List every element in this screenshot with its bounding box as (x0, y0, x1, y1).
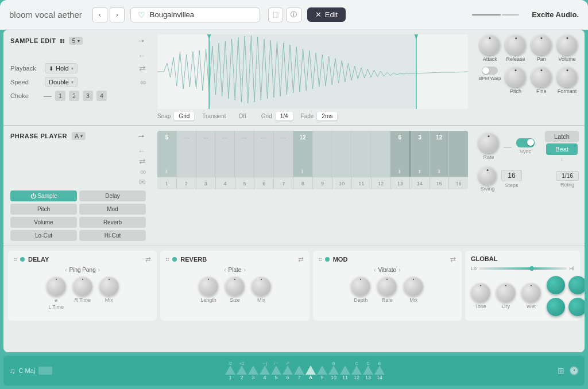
speed-dropdown[interactable]: Double ▾ (45, 77, 78, 87)
seq-cell-1[interactable]: 5 ⬇ (157, 131, 177, 177)
edit-button[interactable]: ✕ Edit (307, 7, 346, 22)
swing-knob[interactable] (478, 166, 497, 185)
global-icon-4[interactable] (568, 298, 585, 316)
reverb-led[interactable] (172, 257, 177, 262)
seq-cell-14[interactable]: 3 ⬆ (411, 131, 430, 177)
piano-key-4[interactable]: ←| 4 (260, 361, 270, 380)
reverb-button[interactable]: Reverb (79, 217, 146, 228)
mod-prev-icon[interactable]: ‹ (374, 267, 376, 273)
nav-back-button[interactable]: ‹ (92, 7, 107, 22)
piano-key-8-active[interactable]: A (305, 365, 316, 380)
bpm-warp-toggle: BPM Warp (478, 67, 502, 94)
seq-cell-13[interactable]: 6 ⬇ (390, 131, 411, 177)
mod-transfer-icon[interactable]: ⇄ (450, 255, 456, 263)
global-tone-slider[interactable] (479, 267, 567, 270)
piano-key-9[interactable]: 9 (317, 365, 327, 380)
piano-key-5[interactable]: ♩→ 5 (271, 361, 281, 380)
fade-value-button[interactable]: 2ms (317, 112, 337, 120)
nav-forward-button[interactable]: › (110, 7, 125, 22)
delay-next-icon[interactable]: › (98, 267, 100, 273)
global-header: GLOBAL (471, 255, 574, 266)
choke-2[interactable]: 2 (69, 91, 79, 101)
beat-button[interactable]: Beat (546, 143, 578, 155)
arrow-left-icon[interactable]: ← (138, 51, 146, 60)
seq-cell-7[interactable]: — (274, 131, 293, 177)
swap-icon[interactable]: ⇄ (139, 64, 146, 73)
choke-4[interactable]: 4 (96, 91, 107, 101)
piano-key-6[interactable]: ♩+ 6 (283, 361, 293, 380)
hicut-button[interactable]: Hi-Cut (79, 230, 146, 241)
retrig-value[interactable]: 1/16 (556, 171, 579, 181)
volume-button[interactable]: Volume (10, 217, 77, 228)
global-icon-2[interactable] (568, 276, 585, 294)
delay-button[interactable]: Delay (79, 190, 146, 201)
piano-key-10[interactable]: B 10 (328, 361, 339, 380)
delay-mix-knob: Mix (99, 277, 119, 310)
snap-transient-button[interactable]: Transient (198, 112, 230, 120)
phrase-variant-badge[interactable]: A ▾ (72, 132, 86, 140)
snap-off-button[interactable]: Off (234, 112, 251, 120)
piano-key-7[interactable]: 7 (294, 365, 304, 380)
phrase-infinity-icon[interactable]: ∞ (140, 167, 146, 176)
pitch-button[interactable]: Pitch (10, 204, 77, 215)
preset-selector[interactable]: ♡ Bougainvillea (130, 7, 260, 22)
delay-rtime-knob: R Time (73, 277, 92, 310)
delay-prev-icon[interactable]: ‹ (65, 267, 67, 273)
phrase-arrow-left-icon[interactable]: ← (138, 146, 146, 155)
keyboard-settings-icon[interactable] (38, 367, 52, 375)
sample-button[interactable]: ⏻ Sample (10, 190, 77, 201)
seq-cell-5[interactable]: — (235, 131, 254, 177)
seq-cell-12[interactable] (371, 131, 390, 177)
seq-cell-4[interactable]: — (215, 131, 235, 177)
preset-name: Bougainvillea (150, 10, 194, 19)
seq-cell-9[interactable] (313, 131, 332, 177)
piano-key-1[interactable]: /2 1 (225, 361, 235, 380)
mod-led[interactable] (325, 257, 330, 262)
seq-cell-6[interactable]: — (254, 131, 274, 177)
piano-key-14[interactable]: E 14 (374, 361, 385, 380)
infinity-icon[interactable]: ∞ (140, 77, 146, 87)
save-icon-button[interactable]: ⬚ (268, 7, 283, 22)
seq-cell-11[interactable] (351, 131, 371, 177)
mod-button[interactable]: Mod (79, 204, 146, 215)
piano-key-3[interactable]: 3 (248, 365, 258, 380)
phrase-swap-icon[interactable]: ⇄ (139, 157, 146, 166)
mod-next-icon[interactable]: › (399, 267, 400, 273)
instance-badge[interactable]: 5 ▾ (69, 37, 82, 45)
reverb-next-icon[interactable]: › (243, 267, 245, 273)
piano-key-2[interactable]: ×2 2 (237, 361, 247, 380)
piano-key-13[interactable]: D 13 (363, 361, 373, 380)
grid-value-button[interactable]: 1/4 (276, 112, 293, 120)
reverb-prev-icon[interactable]: ‹ (224, 267, 226, 273)
keyboard-clock-icon[interactable]: 🕐 (569, 366, 579, 375)
snap-grid-button[interactable]: Grid (174, 112, 194, 120)
global-icon-1[interactable] (547, 276, 565, 294)
rate-knob[interactable] (478, 133, 499, 153)
playback-dropdown[interactable]: ⬇ Hold ▾ (45, 63, 78, 73)
global-icon-3[interactable] (547, 298, 565, 316)
header-slider[interactable] (472, 14, 519, 15)
seq-cell-15[interactable]: 12 ⬇ (430, 131, 449, 177)
choke-1[interactable]: 1 (55, 91, 65, 101)
keyboard-grid-icon[interactable]: ⊞ (558, 366, 564, 375)
locut-button[interactable]: Lo-Cut (10, 230, 77, 241)
delay-transfer-icon[interactable]: ⇄ (145, 255, 151, 263)
arrow-right-icon[interactable]: → (137, 36, 146, 46)
seq-cell-10[interactable] (332, 131, 351, 177)
choke-minus-icon[interactable]: — (44, 91, 52, 100)
seq-cell-2[interactable]: — (177, 131, 196, 177)
choke-3[interactable]: 3 (83, 91, 93, 101)
seq-cell-3[interactable]: — (196, 131, 216, 177)
info-icon-button[interactable]: ⓘ (287, 7, 301, 22)
sync-toggle[interactable] (516, 138, 535, 147)
phrase-envelope-icon[interactable]: ✉ (139, 177, 146, 186)
phrase-arrow-right-icon[interactable]: → (137, 131, 146, 141)
latch-button[interactable]: Latch (545, 131, 579, 142)
seq-cell-16[interactable] (449, 131, 468, 177)
piano-key-11[interactable]: 11 (340, 365, 350, 380)
seq-cell-8[interactable]: 12 ⬇ (293, 131, 313, 177)
reverb-transfer-icon[interactable]: ⇄ (298, 255, 304, 263)
delay-led[interactable] (20, 257, 25, 262)
piano-key-12[interactable]: C 12 (351, 361, 362, 380)
steps-value[interactable]: 16 (501, 170, 522, 181)
